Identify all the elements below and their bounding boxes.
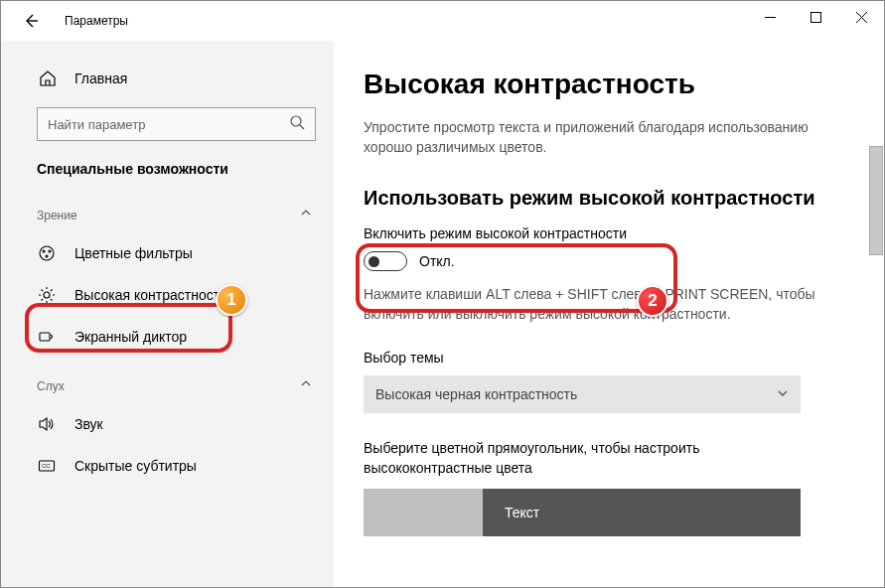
sidebar: Главная Найти параметр Специальные возмо…: [1, 41, 334, 587]
sidebar-item-captions[interactable]: CC Скрытые субтитры: [1, 445, 334, 487]
color-row-text[interactable]: Текст: [364, 489, 801, 536]
page-title: Высокая контрастность: [364, 69, 854, 100]
window-controls: [747, 1, 884, 33]
sidebar-item-label: Звук: [74, 416, 103, 432]
page-description: Упростите просмотр текста и приложений б…: [364, 118, 830, 157]
annotation-badge-1: 1: [216, 284, 247, 316]
window-title: Параметры: [65, 14, 128, 28]
home-label: Главная: [74, 71, 127, 86]
palette-icon: [37, 244, 57, 262]
sidebar-item-label: Высокая контрастность: [74, 287, 226, 303]
svg-text:CC: CC: [42, 463, 51, 469]
keyboard-hint: Нажмите клавиши ALT слева + SHIFT слева …: [364, 285, 830, 324]
search-input[interactable]: Найти параметр: [37, 107, 316, 141]
svg-point-4: [49, 250, 51, 252]
captions-icon: CC: [37, 457, 57, 475]
group-vision-label: Зрение: [37, 209, 77, 222]
toggle-knob: [369, 256, 379, 267]
narrator-icon: [37, 328, 57, 346]
svg-rect-0: [811, 12, 820, 22]
svg-point-3: [43, 250, 45, 252]
sidebar-item-color-filters[interactable]: Цветные фильтры: [1, 232, 334, 274]
toggle-label: Включить режим высокой контрастности: [364, 225, 854, 241]
content-area: Высокая контрастность Упростите просмотр…: [334, 41, 884, 587]
toggle-state: Откл.: [419, 253, 455, 269]
search-placeholder: Найти параметр: [48, 117, 145, 132]
toggle-block: Включить режим высокой контрастности Отк…: [364, 225, 854, 271]
close-button[interactable]: [838, 1, 884, 33]
sidebar-item-label: Цветные фильтры: [74, 245, 193, 261]
brightness-icon: [37, 286, 57, 304]
sidebar-item-high-contrast[interactable]: Высокая контрастность: [1, 274, 334, 316]
sidebar-item-audio[interactable]: Звук: [1, 403, 334, 445]
chevron-down-icon: [777, 386, 789, 402]
group-hearing[interactable]: Слух: [1, 366, 334, 403]
sidebar-item-narrator[interactable]: Экранный диктор: [1, 316, 334, 358]
maximize-button[interactable]: [793, 1, 838, 33]
home-icon: [39, 70, 59, 87]
color-row-label: Текст: [505, 505, 539, 520]
search-icon: [290, 115, 305, 133]
high-contrast-toggle[interactable]: [364, 251, 407, 271]
color-swatch[interactable]: [364, 489, 483, 536]
chevron-up-icon: [300, 377, 312, 392]
theme-value: Высокая черная контрастность: [375, 386, 577, 402]
theme-label: Выбор темы: [364, 350, 854, 366]
svg-rect-7: [40, 333, 50, 341]
home-nav[interactable]: Главная: [1, 62, 334, 95]
sidebar-item-label: Скрытые субтитры: [74, 458, 197, 474]
scrollbar[interactable]: [868, 108, 884, 506]
svg-point-6: [44, 292, 50, 298]
titlebar: Параметры: [1, 1, 884, 41]
color-section-label: Выберите цветной прямоугольник, чтобы на…: [364, 439, 801, 478]
group-vision[interactable]: Зрение: [1, 195, 334, 232]
group-hearing-label: Слух: [37, 379, 65, 393]
sidebar-item-label: Экранный диктор: [74, 329, 187, 345]
section-heading: Использовать режим высокой контрастности: [364, 187, 854, 210]
svg-point-1: [291, 116, 301, 126]
svg-point-5: [46, 255, 48, 257]
theme-select[interactable]: Высокая черная контрастность: [364, 375, 801, 413]
back-button[interactable]: [19, 9, 43, 33]
scroll-thumb[interactable]: [869, 146, 883, 255]
minimize-button[interactable]: [747, 1, 793, 33]
speaker-icon: [37, 415, 57, 433]
chevron-up-icon: [300, 207, 312, 221]
annotation-badge-2: 2: [637, 285, 668, 317]
svg-point-2: [40, 246, 54, 260]
section-title: Специальные возможности: [1, 159, 334, 195]
